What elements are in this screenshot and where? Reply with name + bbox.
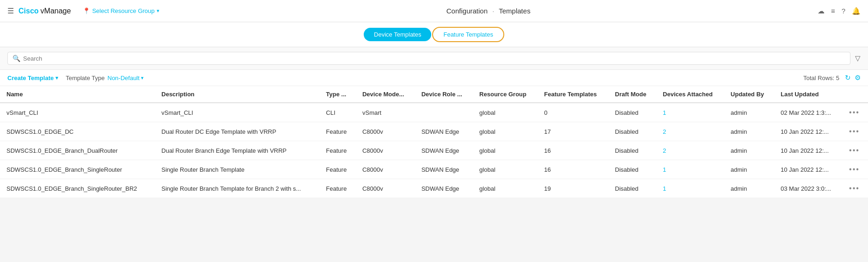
cell-description: Single Router Branch Template	[155, 160, 319, 179]
cell-updated-by: admin	[724, 103, 774, 122]
toolbar-right: Total Rows: 5 ↻ ⚙	[803, 74, 861, 82]
cell-resource-group: global	[473, 160, 538, 179]
create-template-button[interactable]: Create Template ▾	[7, 75, 58, 81]
location-icon: 📍	[83, 7, 90, 14]
table-row: SDWSCS1.0_EDGE_Branch_DualRouter Dual Ro…	[0, 141, 868, 160]
cell-type: Feature	[319, 160, 356, 179]
total-rows-text: Total Rows: 5	[803, 75, 839, 81]
filter-icon[interactable]: ▽	[855, 54, 861, 62]
cell-devices-attached: 1	[656, 179, 724, 198]
more-actions-icon[interactable]: •••	[849, 127, 860, 135]
more-actions-icon[interactable]: •••	[849, 184, 860, 192]
table-row: SDWSCS1.0_EDGE_Branch_SingleRouter Singl…	[0, 160, 868, 179]
table-row: SDWSCS1.0_EDGE_Branch_SingleRouter_BR2 S…	[0, 179, 868, 198]
chevron-down-icon: ▾	[141, 75, 144, 81]
cell-more-actions[interactable]: •••	[843, 179, 868, 198]
cell-type: Feature	[319, 141, 356, 160]
cell-draft-mode: Disabled	[609, 103, 657, 122]
cell-device-role	[415, 103, 473, 122]
cell-resource-group: global	[473, 179, 538, 198]
col-feature-templates: Feature Templates	[538, 86, 608, 103]
devices-attached-link[interactable]: 1	[663, 185, 666, 192]
cell-draft-mode: Disabled	[609, 122, 657, 141]
search-icon: 🔍	[12, 55, 20, 62]
page-subtitle: Templates	[499, 7, 530, 15]
cell-type: CLI	[319, 103, 356, 122]
col-updated-by: Updated By	[724, 86, 774, 103]
more-actions-icon[interactable]: •••	[849, 165, 860, 173]
cell-more-actions[interactable]: •••	[843, 141, 868, 160]
devices-attached-link[interactable]: 1	[663, 166, 666, 173]
col-description: Description	[155, 86, 319, 103]
tabs-area: Device Templates Feature Templates	[0, 22, 868, 47]
refresh-icon[interactable]: ↻	[845, 74, 851, 82]
cell-more-actions[interactable]: •••	[843, 103, 868, 122]
toolbar-left: Create Template ▾ Template Type Non-Defa…	[7, 75, 144, 81]
cell-device-role: SDWAN Edge	[415, 179, 473, 198]
cell-description: vSmart_CLI	[155, 103, 319, 122]
cell-resource-group: global	[473, 141, 538, 160]
cell-name: SDWSCS1.0_EDGE_Branch_DualRouter	[0, 141, 155, 160]
cell-last-updated: 10 Jan 2022 12:...	[774, 122, 843, 141]
more-actions-icon[interactable]: •••	[849, 108, 860, 116]
brand-cisco-text: Cisco	[18, 7, 39, 15]
search-input[interactable]	[23, 55, 845, 62]
cell-device-mode: C8000v	[356, 179, 415, 198]
hamburger-icon[interactable]: ☰	[7, 6, 14, 15]
cell-device-mode: C8000v	[356, 122, 415, 141]
page-title: Configuration	[446, 7, 488, 15]
template-type-filter: Template Type Non-Default ▾	[66, 75, 144, 81]
template-type-dropdown[interactable]: Non-Default ▾	[108, 75, 144, 81]
cell-device-mode: C8000v	[356, 160, 415, 179]
top-navigation: ☰ Cisco vManage 📍 Select Resource Group …	[0, 0, 868, 22]
cell-name: vSmart_CLI	[0, 103, 155, 122]
template-type-value-text: Non-Default	[108, 75, 140, 81]
col-actions	[843, 86, 868, 103]
devices-attached-link[interactable]: 2	[663, 128, 666, 135]
devices-attached-link[interactable]: 2	[663, 147, 666, 154]
notifications-icon[interactable]: 🔔	[852, 7, 861, 15]
cell-type: Feature	[319, 179, 356, 198]
cell-more-actions[interactable]: •••	[843, 122, 868, 141]
cell-feature-templates: 17	[538, 122, 608, 141]
feature-templates-tab[interactable]: Feature Templates	[432, 27, 504, 42]
more-actions-icon[interactable]: •••	[849, 146, 860, 154]
cell-draft-mode: Disabled	[609, 141, 657, 160]
help-icon[interactable]: ?	[842, 7, 845, 15]
devices-attached-link[interactable]: 1	[663, 109, 666, 116]
cell-updated-by: admin	[724, 179, 774, 198]
table-body: vSmart_CLI vSmart_CLI CLI vSmart global …	[0, 103, 868, 198]
cell-last-updated: 03 Mar 2022 3:0:...	[774, 179, 843, 198]
cell-description: Dual Router DC Edge Template with VRRP	[155, 122, 319, 141]
topnav-actions: ☁ ≡ ? 🔔	[818, 7, 861, 15]
search-input-wrap[interactable]: 🔍	[7, 52, 850, 65]
settings-icon[interactable]: ⚙	[855, 74, 861, 82]
cell-last-updated: 10 Jan 2022 12:...	[774, 160, 843, 179]
cell-device-mode: C8000v	[356, 141, 415, 160]
main-content: 🔍 ▽ Create Template ▾ Template Type Non-…	[0, 47, 868, 198]
cell-last-updated: 02 Mar 2022 1:3:...	[774, 103, 843, 122]
table-row: vSmart_CLI vSmart_CLI CLI vSmart global …	[0, 103, 868, 122]
cell-devices-attached: 2	[656, 122, 724, 141]
cell-description: Dual Router Branch Edge Template with VR…	[155, 141, 319, 160]
resource-group-label: Select Resource Group	[92, 7, 154, 14]
cell-device-role: SDWAN Edge	[415, 160, 473, 179]
chevron-down-icon: ▾	[55, 75, 58, 81]
total-rows-label: Total Rows:	[803, 75, 834, 81]
hamburger-menu-icon[interactable]: ≡	[831, 7, 835, 15]
total-rows-count: 5	[836, 75, 839, 81]
create-template-label: Create Template	[7, 75, 54, 81]
cell-name: SDWSCS1.0_EDGE_Branch_SingleRouter_BR2	[0, 179, 155, 198]
cell-draft-mode: Disabled	[609, 179, 657, 198]
col-name: Name	[0, 86, 155, 103]
cell-resource-group: global	[473, 122, 538, 141]
device-templates-tab[interactable]: Device Templates	[364, 28, 431, 41]
resource-group-selector[interactable]: 📍 Select Resource Group ▾	[83, 7, 159, 14]
cell-more-actions[interactable]: •••	[843, 160, 868, 179]
cell-feature-templates: 19	[538, 179, 608, 198]
col-last-updated: Last Updated	[774, 86, 843, 103]
brand-logo: Cisco vManage	[18, 7, 71, 15]
col-device-mode: Device Mode...	[356, 86, 415, 103]
cloud-icon[interactable]: ☁	[818, 7, 825, 15]
table-header: Name Description Type ... Device Mode...…	[0, 86, 868, 103]
